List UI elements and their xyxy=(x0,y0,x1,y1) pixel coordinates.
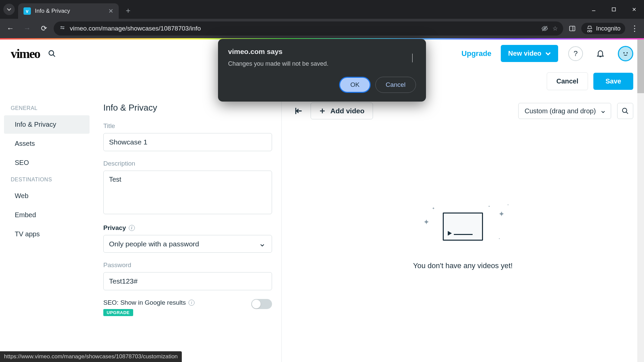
svg-rect-8 xyxy=(570,26,575,31)
sidebar-item-embed[interactable]: Embed xyxy=(4,206,90,224)
password-input[interactable] xyxy=(103,272,272,290)
window-controls: ✕ xyxy=(584,0,644,19)
tab-favicon-icon: v xyxy=(23,7,31,15)
sidebar-item-web[interactable]: Web xyxy=(4,187,90,205)
nav-reload-icon[interactable]: ⟳ xyxy=(37,21,51,36)
svg-point-10 xyxy=(49,51,54,55)
url-text: vimeo.com/manage/showcases/10878703/info xyxy=(70,25,537,32)
nav-forward-icon: → xyxy=(20,21,34,36)
plus-icon xyxy=(319,108,326,114)
title-label: Title xyxy=(103,122,272,130)
form-panel: Info & Privacy Title Description Test Pr… xyxy=(94,95,282,362)
svg-line-11 xyxy=(53,55,55,57)
tab-search-dropdown[interactable] xyxy=(0,0,18,19)
svg-point-12 xyxy=(621,49,630,58)
empty-illustration-icon: ✦ ✦ ✦ • • • xyxy=(429,203,496,250)
sidebar: GENERAL Info & Privacy Assets SEO DESTIN… xyxy=(0,95,94,362)
video-search-button[interactable] xyxy=(617,103,633,119)
sidebar-section-destinations: DESTINATIONS xyxy=(0,173,94,186)
tab-close-icon[interactable]: ✕ xyxy=(108,7,113,15)
empty-state-text: You don't have any videos yet! xyxy=(413,261,513,270)
empty-state: ✦ ✦ ✦ • • • You don't have any videos ye… xyxy=(292,119,633,354)
description-textarea[interactable]: Test xyxy=(103,171,272,214)
panel-heading: Info & Privacy xyxy=(103,103,272,113)
collapse-panel-icon[interactable] xyxy=(292,105,305,117)
search-icon[interactable] xyxy=(47,48,57,59)
privacy-label: Privacy i xyxy=(103,224,272,232)
privacy-select[interactable]: Only people with a password xyxy=(103,235,272,253)
title-input[interactable] xyxy=(103,133,272,151)
incognito-label: Incognito xyxy=(596,25,621,32)
upgrade-link[interactable]: Upgrade xyxy=(462,49,491,58)
info-icon[interactable]: i xyxy=(129,225,135,231)
scrollbar-thumb[interactable] xyxy=(637,40,644,93)
avatar-face-icon xyxy=(621,49,630,58)
main-area: GENERAL Info & Privacy Assets SEO DESTIN… xyxy=(0,95,644,362)
window-maximize-icon[interactable] xyxy=(604,0,624,19)
new-tab-button[interactable]: + xyxy=(121,4,135,17)
svg-rect-1 xyxy=(612,8,615,11)
sort-select[interactable]: Custom (drag and drop) xyxy=(518,103,611,119)
browser-toolbar: ← → ⟳ vimeo.com/manage/showcases/1087870… xyxy=(0,19,644,38)
dialog-message: Changes you made will not be saved. xyxy=(228,60,416,67)
svg-point-18 xyxy=(623,108,627,113)
window-close-icon[interactable]: ✕ xyxy=(624,0,644,19)
status-bar: https://www.vimeo.com/manage/showcases/1… xyxy=(0,351,182,362)
eye-off-icon[interactable] xyxy=(541,25,548,32)
dialog-title: vimeo.com says xyxy=(228,48,416,56)
new-video-button[interactable]: New video xyxy=(501,45,558,62)
browser-tab[interactable]: v Info & Privacy ✕ xyxy=(18,3,119,19)
page-scrollbar[interactable] xyxy=(637,40,644,362)
svg-point-13 xyxy=(623,52,625,53)
sidebar-item-tv-apps[interactable]: TV apps xyxy=(4,225,90,243)
incognito-icon xyxy=(586,25,593,32)
new-video-label: New video xyxy=(508,50,541,57)
cancel-button[interactable]: Cancel xyxy=(547,72,588,90)
js-confirm-dialog: vimeo.com says Changes you made will not… xyxy=(218,39,426,102)
vimeo-logo[interactable]: vimeo xyxy=(11,46,40,61)
site-settings-icon[interactable] xyxy=(59,25,66,32)
search-icon xyxy=(622,107,629,115)
video-panel: Add video Custom (drag and drop) ✦ ✦ ✦ •… xyxy=(282,95,644,362)
dialog-ok-button[interactable]: OK xyxy=(339,77,370,93)
save-button[interactable]: Save xyxy=(593,73,633,90)
add-video-label: Add video xyxy=(330,107,365,115)
incognito-indicator[interactable]: Incognito xyxy=(581,23,625,34)
seo-toggle[interactable] xyxy=(251,299,272,309)
browser-titlebar: v Info & Privacy ✕ + ✕ xyxy=(0,0,644,19)
password-label: Password xyxy=(103,261,272,269)
text-caret-icon xyxy=(412,54,413,62)
side-panel-icon[interactable] xyxy=(566,22,579,35)
seo-toggle-label: SEO: Show in Google results i xyxy=(103,299,195,306)
info-icon[interactable]: i xyxy=(189,300,195,306)
window-minimize-icon[interactable] xyxy=(584,0,604,19)
sidebar-item-assets[interactable]: Assets xyxy=(4,134,90,153)
toggle-knob xyxy=(252,300,261,308)
dialog-cancel-button[interactable]: Cancel xyxy=(375,77,416,93)
bookmark-star-icon[interactable]: ☆ xyxy=(552,25,558,32)
notifications-icon[interactable] xyxy=(593,46,608,61)
description-label: Description xyxy=(103,160,272,167)
user-avatar[interactable] xyxy=(618,46,633,61)
svg-point-14 xyxy=(627,52,628,53)
add-video-button[interactable]: Add video xyxy=(311,103,373,119)
sidebar-item-info-privacy[interactable]: Info & Privacy xyxy=(4,115,90,134)
sidebar-section-general: GENERAL xyxy=(0,101,94,115)
svg-line-19 xyxy=(626,112,628,114)
chevron-down-icon xyxy=(545,51,551,56)
svg-point-4 xyxy=(61,26,62,27)
sidebar-item-seo[interactable]: SEO xyxy=(4,154,90,172)
help-icon[interactable]: ? xyxy=(568,46,583,61)
tab-title: Info & Privacy xyxy=(35,8,104,14)
url-bar[interactable]: vimeo.com/manage/showcases/10878703/info… xyxy=(54,21,563,36)
video-toolbar: Add video Custom (drag and drop) xyxy=(292,103,633,119)
upgrade-badge[interactable]: UPGRADE xyxy=(103,309,133,316)
nav-back-icon[interactable]: ← xyxy=(3,21,17,36)
svg-point-5 xyxy=(63,28,64,29)
browser-menu-icon[interactable]: ⋮ xyxy=(628,22,641,35)
